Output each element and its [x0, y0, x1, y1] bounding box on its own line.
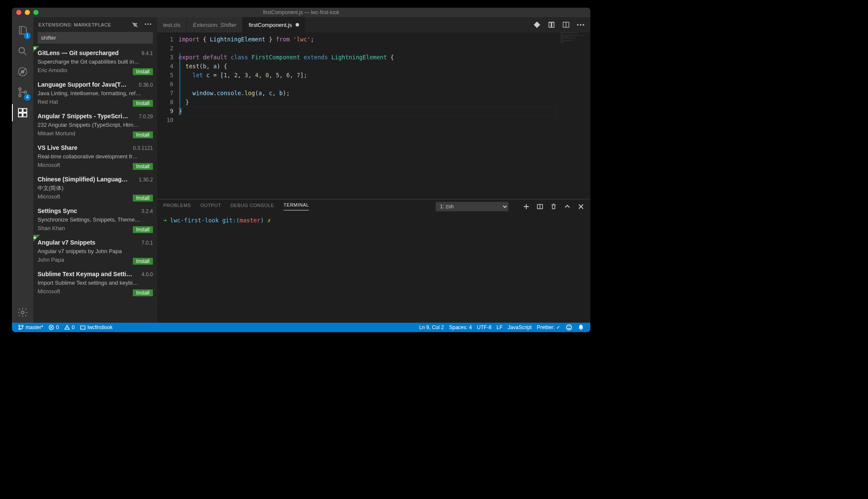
extensions-activity[interactable]: [12, 102, 33, 123]
prompt-dirty-icon: ✗: [267, 217, 271, 224]
svg-rect-6: [18, 108, 22, 112]
status-notifications-icon[interactable]: [575, 324, 587, 331]
extension-item[interactable]: VS Live Share0.3.1121 Real-time collabor…: [33, 141, 157, 172]
minimize-window-button[interactable]: [25, 10, 30, 15]
extension-item[interactable]: GitLens — Git supercharged9.4.1 Supercha…: [33, 46, 157, 78]
status-warnings[interactable]: 0: [62, 324, 77, 330]
status-errors[interactable]: 0: [46, 324, 62, 330]
extensions-icon: [17, 107, 28, 118]
status-folder[interactable]: lwcfirstlook: [77, 324, 115, 330]
clear-search-icon[interactable]: [132, 21, 138, 28]
panel-tab-debug[interactable]: DEBUG CONSOLE: [230, 203, 274, 210]
extension-description: Synchronize Settings, Snippets, Theme…: [38, 216, 153, 224]
editor-tab[interactable]: Extension: Shifter: [187, 17, 243, 32]
install-button[interactable]: Install: [133, 163, 153, 170]
extension-name: VS Live Share: [38, 143, 77, 152]
install-button[interactable]: Install: [133, 100, 153, 107]
install-button[interactable]: Install: [133, 289, 153, 296]
extension-version: 3.2.4: [141, 207, 153, 215]
maximize-panel-icon[interactable]: [564, 203, 571, 210]
split-editor-icon[interactable]: [562, 21, 570, 29]
new-terminal-icon[interactable]: [523, 203, 530, 210]
install-button[interactable]: Install: [133, 195, 153, 201]
open-changes-icon[interactable]: [548, 21, 555, 29]
more-actions-icon[interactable]: •••: [144, 21, 152, 28]
panel-tab-output[interactable]: OUTPUT: [200, 203, 221, 210]
explorer-activity[interactable]: 1: [12, 20, 33, 41]
extension-item[interactable]: Angular v7 Snippets7.0.1 Angular v7 snip…: [33, 236, 157, 267]
status-eol[interactable]: LF: [494, 324, 505, 330]
extension-item[interactable]: Language Support for Java(T…0.36.0 Java …: [33, 78, 157, 109]
editor-tab[interactable]: firstComponent.js: [243, 17, 305, 32]
recommended-star-icon: [33, 235, 40, 242]
folder-icon: [80, 324, 86, 330]
debug-activity[interactable]: [12, 61, 33, 82]
status-spaces[interactable]: Spaces: 4: [446, 324, 474, 330]
install-button[interactable]: Install: [133, 258, 153, 265]
bug-slash-icon: [17, 66, 28, 77]
extension-name: Angular 7 Snippets - TypeScri…: [38, 112, 128, 121]
sidebar-title: EXTENSIONS: MARKETPLACE: [38, 22, 132, 27]
scm-activity[interactable]: 4: [12, 82, 33, 102]
indent-guide: [179, 53, 180, 116]
prompt-git: git:(: [222, 217, 240, 224]
svg-point-10: [21, 311, 24, 314]
extension-item[interactable]: Chinese (Simplified) Languag…1.30.2 中文(简…: [33, 172, 157, 204]
svg-point-3: [19, 88, 21, 90]
panel-tab-problems[interactable]: PROBLEMS: [163, 203, 191, 210]
split-terminal-icon[interactable]: [537, 203, 543, 210]
extension-item[interactable]: Angular 7 Snippets - TypeScri…7.0.29 232…: [33, 109, 157, 141]
extension-name: Language Support for Java(T…: [38, 80, 126, 89]
svg-point-0: [19, 47, 24, 53]
install-button[interactable]: Install: [133, 131, 153, 138]
gear-icon: [17, 307, 28, 318]
extension-name: Settings Sync: [38, 207, 77, 216]
more-editor-actions-icon[interactable]: •••: [577, 22, 585, 28]
status-branch[interactable]: master*: [15, 324, 46, 330]
kill-terminal-icon[interactable]: [550, 203, 557, 210]
extension-description: Java Linting, Intellisense, formatting, …: [38, 89, 153, 98]
install-button[interactable]: Install: [133, 226, 153, 233]
maximize-window-button[interactable]: [33, 10, 38, 15]
code-content: import { LightningElement } from 'lwc'; …: [179, 32, 394, 199]
search-activity[interactable]: [12, 41, 33, 61]
status-cursor[interactable]: Ln 9, Col 2: [416, 324, 446, 330]
panel-tab-terminal[interactable]: TERMINAL: [284, 202, 309, 210]
error-icon: [48, 324, 54, 330]
titlebar: firstComponent.js — lwc-first-look: [12, 8, 590, 17]
prompt-path: lwc-first-look: [170, 217, 219, 224]
close-window-button[interactable]: [16, 10, 21, 15]
svg-rect-19: [80, 326, 85, 330]
terminal-selector[interactable]: 1: zsh: [436, 202, 508, 211]
code-editor[interactable]: 1 2 3 4 5 6 7 8 9 10 import { LightningE…: [157, 32, 590, 199]
dirty-indicator-icon: [296, 23, 299, 26]
close-panel-icon[interactable]: [578, 203, 584, 210]
extensions-sidebar: EXTENSIONS: MARKETPLACE ••• GitLens — Gi…: [33, 17, 157, 323]
minimap[interactable]: [560, 32, 590, 199]
extension-version: 1.30.2: [139, 176, 153, 184]
install-button[interactable]: Install: [133, 68, 153, 75]
editor-tab[interactable]: test.cls: [157, 17, 187, 32]
status-language[interactable]: JavaScript: [505, 324, 534, 330]
bell-icon: [578, 324, 584, 331]
vscode-window: firstComponent.js — lwc-first-look 1 4: [12, 8, 590, 332]
status-prettier[interactable]: Prettier: ✓: [534, 324, 563, 330]
status-encoding[interactable]: UTF-8: [475, 324, 494, 330]
extension-list[interactable]: GitLens — Git supercharged9.4.1 Supercha…: [33, 46, 157, 323]
line-numbers: 1 2 3 4 5 6 7 8 9 10: [157, 32, 179, 199]
tab-label: test.cls: [163, 22, 180, 28]
traffic-lights: [12, 10, 38, 15]
settings-activity[interactable]: [12, 302, 33, 323]
extension-version: 9.4.1: [141, 50, 153, 57]
extension-name: GitLens — Git supercharged: [38, 49, 119, 58]
extension-item[interactable]: Settings Sync3.2.4 Synchronize Settings,…: [33, 204, 157, 236]
scm-badge: 4: [24, 94, 31, 101]
extension-version: 7.0.29: [139, 113, 153, 120]
activity-bar: 1 4: [12, 17, 33, 323]
current-line-highlight: [179, 107, 556, 116]
extension-search-input[interactable]: [38, 32, 153, 44]
compare-changes-icon[interactable]: [533, 21, 541, 29]
extension-item[interactable]: Sublime Text Keymap and Setti…4.0.0 Impo…: [33, 267, 157, 299]
status-feedback-icon[interactable]: [563, 324, 575, 331]
terminal-content[interactable]: ➜ lwc-first-look git:(master) ✗: [157, 213, 590, 323]
